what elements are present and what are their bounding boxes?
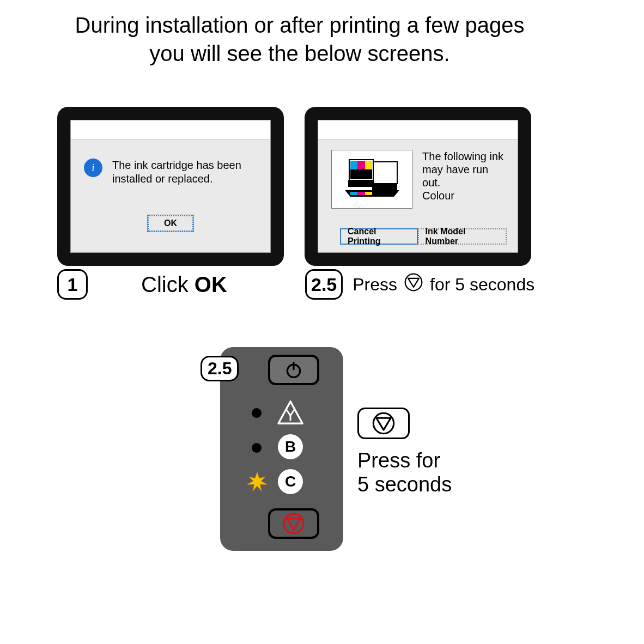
- dialog-screen-2: The following ink may have run out. Colo…: [305, 107, 531, 266]
- svg-marker-20: [247, 472, 267, 491]
- ok-button[interactable]: OK: [148, 215, 193, 232]
- cancel-printing-label: Cancel Printing: [348, 227, 410, 246]
- panel-right-text: Press for 5 seconds: [357, 449, 452, 496]
- dialog-titlebar: [318, 120, 518, 140]
- panel-right-instruction: Press for 5 seconds: [357, 408, 452, 496]
- step-1-bold: OK: [195, 272, 227, 296]
- dialog-message: The following ink may have run out. Colo…: [422, 150, 505, 202]
- step-25-number: 2.5: [311, 274, 337, 295]
- step-25-text: Press for 5 seconds: [353, 272, 534, 296]
- instruction-heading: During installation or after printing a …: [0, 11, 599, 68]
- dialog-screen-1: i The ink cartridge has been installed o…: [57, 107, 284, 266]
- dialog-window: The following ink may have run out. Colo…: [318, 120, 518, 253]
- panel-right-line2: 5 seconds: [357, 473, 452, 496]
- heading-line1: During installation or after printing a …: [75, 13, 525, 37]
- ink-model-label: Ink Model Number: [426, 227, 499, 246]
- dialog-window: i The ink cartridge has been installed o…: [70, 120, 271, 253]
- ok-button-label: OK: [164, 218, 177, 228]
- msg-line2: may have run out.: [422, 163, 488, 189]
- svg-point-12: [405, 274, 422, 291]
- svg-rect-5: [365, 161, 372, 169]
- printer-panel: 2.5 B: [220, 347, 343, 551]
- svg-rect-3: [350, 161, 357, 169]
- svg-marker-24: [376, 418, 391, 430]
- panel-step-badge: 2.5: [201, 356, 239, 381]
- svg-marker-22: [287, 519, 300, 530]
- led-indicator-1: [252, 408, 262, 418]
- svg-rect-4: [357, 161, 365, 169]
- step-1-row: 1 Click OK: [57, 269, 284, 300]
- step-25-badge: 2.5: [305, 269, 343, 300]
- led-indicator-2: [252, 443, 262, 453]
- svg-rect-6: [350, 169, 372, 179]
- ink-illustration: [331, 150, 412, 209]
- svg-rect-1: [372, 184, 397, 190]
- svg-marker-13: [408, 278, 419, 287]
- step-25-suffix: for 5 seconds: [430, 275, 534, 295]
- power-button[interactable]: [268, 355, 319, 385]
- b-label: B: [285, 438, 296, 455]
- svg-rect-0: [372, 162, 397, 184]
- step-25-row: 2.5 Press for 5 seconds: [305, 269, 534, 300]
- stop-key-icon: [357, 408, 410, 439]
- info-icon: i: [84, 159, 102, 177]
- step-25-prefix: Press: [353, 275, 397, 295]
- ink-model-number-button[interactable]: Ink Model Number: [418, 228, 507, 245]
- stop-icon: [404, 272, 423, 296]
- svg-rect-10: [357, 192, 365, 195]
- stop-button[interactable]: [268, 508, 319, 539]
- c-indicator: C: [277, 468, 304, 495]
- step-1-text: Click OK: [141, 272, 227, 297]
- panel-right-line1: Press for: [357, 449, 440, 472]
- b-indicator: B: [277, 433, 304, 460]
- svg-rect-7: [348, 180, 374, 187]
- msg-line3: Colour: [422, 190, 454, 202]
- panel-step-number: 2.5: [208, 359, 232, 378]
- msg-line1: The following ink: [422, 150, 503, 162]
- heading-line2: you will see the below screens.: [149, 41, 449, 65]
- svg-rect-9: [350, 192, 357, 195]
- printer-panel-wrap: 2.5 B: [220, 347, 343, 551]
- flash-icon: [246, 471, 268, 495]
- step-1-badge: 1: [57, 269, 88, 300]
- dialog-message: The ink cartridge has been installed or …: [112, 159, 260, 186]
- cancel-printing-button[interactable]: Cancel Printing: [340, 228, 418, 245]
- step-1-number: 1: [68, 274, 78, 295]
- power-icon: [284, 360, 303, 380]
- stop-icon: [282, 512, 305, 535]
- svg-rect-11: [365, 192, 372, 195]
- warning-icon: [277, 399, 304, 427]
- step-1-prefix: Click: [141, 272, 195, 296]
- c-label: C: [285, 473, 296, 490]
- dialog-titlebar: [71, 120, 270, 140]
